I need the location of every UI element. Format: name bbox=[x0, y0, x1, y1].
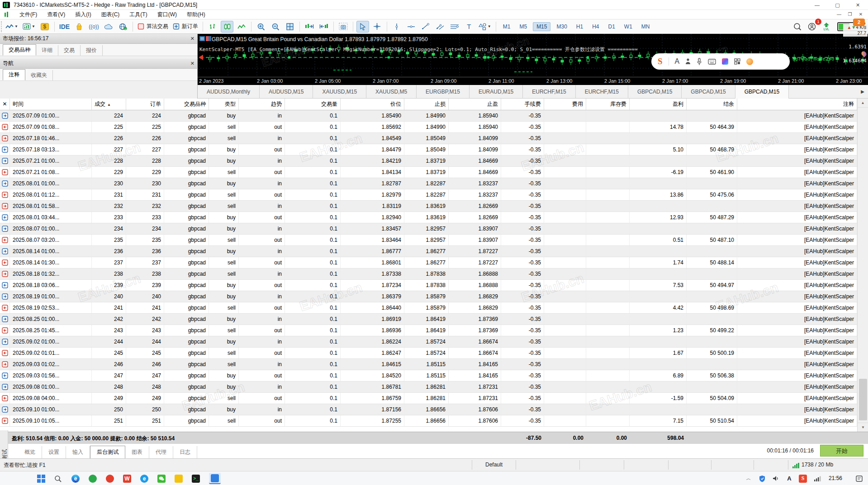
chart-tab-1[interactable]: AUDUSD,M15 bbox=[260, 85, 313, 99]
line-chart-mode-button[interactable] bbox=[235, 21, 248, 33]
table-row[interactable]: 2025.07.21 01:08...229229gbpcadsellout0.… bbox=[0, 167, 857, 178]
new-chart-button[interactable]: ▼ bbox=[4, 21, 19, 33]
taskbar-browser-green[interactable] bbox=[87, 473, 99, 484]
lvl-widget[interactable]: LVL bbox=[820, 21, 833, 33]
table-row[interactable]: 2025.08.25 01:45...243243gbpcadsellout0.… bbox=[0, 325, 857, 336]
tester-tab-2[interactable]: 输入 bbox=[66, 446, 90, 458]
shapes-tool[interactable]: ▼ bbox=[477, 21, 493, 33]
bar-chart-mode-button[interactable] bbox=[206, 21, 219, 33]
mic-icon[interactable] bbox=[697, 58, 702, 66]
menu-1[interactable]: 查看(V) bbox=[42, 10, 70, 19]
table-row[interactable]: 2025.08.07 03:20...235235gbpcadsellout0.… bbox=[0, 235, 857, 246]
mw-tabs-0[interactable]: 交易品种 bbox=[3, 44, 36, 56]
taskbar-terminal[interactable]: >_ bbox=[190, 473, 202, 484]
table-close-button[interactable]: ✕ bbox=[0, 99, 10, 110]
scroll-up-icon[interactable]: ▲ bbox=[858, 99, 868, 108]
table-row[interactable]: 2025.08.14 01:30...237237gbpcadsellout0.… bbox=[0, 257, 857, 268]
column-header-4[interactable]: 类型 bbox=[209, 99, 239, 110]
mw-tabs-1[interactable]: 详细 bbox=[36, 45, 58, 56]
child-close-button[interactable]: ✕ bbox=[855, 10, 866, 19]
table-row[interactable]: 2025.09.03 01:56...247247gbpcadbuyout0.1… bbox=[0, 370, 857, 381]
profile-selector[interactable]: Default bbox=[473, 461, 515, 468]
action-center[interactable] bbox=[853, 473, 865, 484]
column-header-5[interactable]: 趋势 bbox=[239, 99, 285, 110]
new-order-button[interactable]: 新订单 bbox=[171, 21, 199, 33]
child-restore-button[interactable]: ❐ bbox=[844, 10, 855, 19]
channel-tool[interactable] bbox=[434, 21, 446, 33]
chart-tab-6[interactable]: EURCHF,M15 bbox=[523, 85, 575, 99]
tray-volume[interactable] bbox=[770, 473, 782, 484]
search-button[interactable] bbox=[791, 21, 804, 33]
column-header-14[interactable]: 结余 bbox=[687, 99, 737, 110]
table-row[interactable]: 2025.09.10 01:05...251251gbpcadsellout0.… bbox=[0, 415, 857, 427]
nav-tabs-1[interactable]: 收藏夹 bbox=[25, 70, 53, 80]
mw-tabs-2[interactable]: 交易 bbox=[58, 45, 81, 56]
table-row[interactable]: 2025.08.01 01:12...231231gbpcadsellout0.… bbox=[0, 189, 857, 201]
tray-sogou[interactable]: S bbox=[797, 473, 809, 484]
column-header-10[interactable]: 手续费 bbox=[501, 99, 544, 110]
table-row[interactable]: 2025.07.09 01:08...225225gbpcadsellout0.… bbox=[0, 122, 857, 133]
table-row[interactable]: 2025.09.02 01:00...244244gbpcadbuyin0.11… bbox=[0, 336, 857, 348]
horizontal-line-tool[interactable] bbox=[405, 21, 417, 33]
tray-ime[interactable]: A bbox=[783, 473, 795, 484]
nav-tabs-0[interactable]: 注释 bbox=[3, 69, 25, 80]
column-header-13[interactable]: 盈利 bbox=[630, 99, 687, 110]
timeframe-m1[interactable]: M1 bbox=[500, 23, 514, 31]
table-row[interactable]: 2025.08.18 01:32...238238gbpcadsellin0.1… bbox=[0, 268, 857, 280]
start-button-windows[interactable] bbox=[35, 473, 47, 484]
screenshot-button[interactable] bbox=[337, 21, 350, 33]
profiles-button[interactable]: ▼ bbox=[21, 21, 37, 33]
menu-6[interactable]: 帮助(H) bbox=[182, 10, 210, 19]
chart-tab-10[interactable]: GBPCAD,M15 bbox=[735, 85, 789, 99]
taskbar-wps[interactable]: W bbox=[121, 473, 133, 484]
notifications-button[interactable]: 1 bbox=[806, 21, 818, 33]
timeframe-h4[interactable]: H4 bbox=[589, 23, 602, 31]
scrollbar-thumb[interactable] bbox=[859, 379, 867, 420]
chart-tab-8[interactable]: GBPCAD,M15 bbox=[628, 85, 682, 99]
chart-tab-5[interactable]: EURAUD,M15 bbox=[470, 85, 523, 99]
table-row[interactable]: 2025.08.19 01:00...240240gbpcadbuyin0.11… bbox=[0, 291, 857, 302]
taskbar-clock[interactable]: 21:56 bbox=[829, 475, 842, 481]
voice-person-icon[interactable] bbox=[685, 58, 691, 65]
table-scrollbar[interactable]: ▲ ▼ bbox=[857, 99, 868, 432]
table-row[interactable]: 2025.08.19 02:53...241241gbpcadsellout0.… bbox=[0, 302, 857, 314]
navigator-titlebar[interactable]: 导航 ✕ bbox=[0, 59, 197, 69]
apps-grid-icon[interactable] bbox=[734, 58, 740, 65]
sogou-icon[interactable]: S bbox=[658, 57, 663, 66]
fibonacci-tool[interactable] bbox=[448, 21, 461, 33]
navigator-close-icon[interactable]: ✕ bbox=[190, 61, 194, 66]
depth-of-market-icon[interactable] bbox=[199, 36, 205, 41]
scroll-down-icon[interactable]: ▼ bbox=[858, 423, 868, 432]
taskbar-wechat[interactable] bbox=[156, 473, 167, 484]
taskbar-app-yellow[interactable] bbox=[173, 473, 185, 484]
vertical-line-tool[interactable] bbox=[390, 21, 403, 33]
timeframe-m15[interactable]: M15 bbox=[533, 22, 550, 31]
column-header-2[interactable]: 订单 bbox=[126, 99, 164, 110]
taskbar-ie[interactable]: e bbox=[138, 473, 150, 484]
timeframe-d1[interactable]: D1 bbox=[605, 23, 618, 31]
market-button[interactable] bbox=[73, 21, 85, 33]
column-header-11[interactable]: 费用 bbox=[544, 99, 586, 110]
column-header-15[interactable]: 注释 bbox=[737, 99, 857, 110]
table-row[interactable]: 2025.08.18 03:06...239239gbpcadbuyout0.1… bbox=[0, 280, 857, 291]
chart-tab-4[interactable]: EURGBP,M15 bbox=[417, 85, 470, 99]
table-row[interactable]: 2025.09.10 01:00...250250gbpcadbuyin0.11… bbox=[0, 404, 857, 415]
timeframe-m30[interactable]: M30 bbox=[553, 23, 570, 31]
table-row[interactable]: 2025.08.01 03:44...233233gbpcadbuyout0.1… bbox=[0, 212, 857, 223]
column-header-0[interactable]: 时间 bbox=[10, 99, 92, 110]
table-row[interactable]: 2025.07.09 01:00...224224gbpcadbuyin0.11… bbox=[0, 110, 857, 122]
column-header-7[interactable]: 价位 bbox=[341, 99, 404, 110]
candlestick-mode-button[interactable] bbox=[221, 21, 233, 33]
table-row[interactable]: 2025.09.08 01:00...248248gbpcadbuyin0.11… bbox=[0, 381, 857, 393]
taskbar-browser-red[interactable] bbox=[104, 473, 116, 484]
tester-tab-6[interactable]: 日志 bbox=[173, 446, 197, 458]
column-header-8[interactable]: 止损 bbox=[404, 99, 449, 110]
child-minimize-button[interactable]: — bbox=[834, 10, 844, 19]
timeframe-mn[interactable]: MN bbox=[638, 23, 653, 31]
market-watch-titlebar[interactable]: 市场报价: 16:56:17 ✕ bbox=[0, 34, 197, 44]
column-header-3[interactable]: 交易品种 bbox=[164, 99, 209, 110]
minimize-button[interactable]: — bbox=[807, 0, 827, 10]
zoom-in-button[interactable] bbox=[255, 21, 267, 33]
cursor-tool-button[interactable] bbox=[356, 21, 369, 33]
one-click-trading-icon[interactable] bbox=[206, 36, 211, 41]
